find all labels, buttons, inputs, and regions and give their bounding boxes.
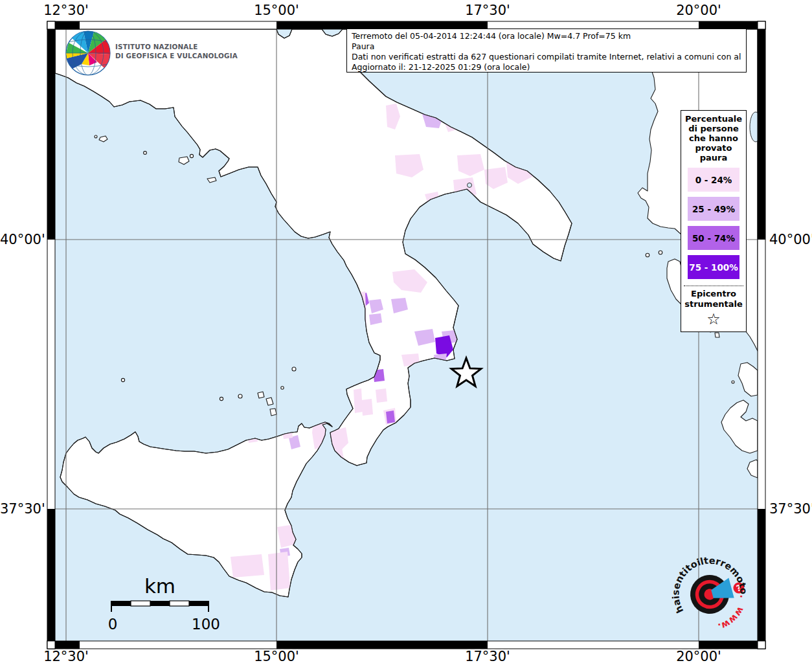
info-line-updated: Aggiornato il: 21-12-2025 01:29 (ora loc…: [352, 62, 741, 73]
scale-start-label: 0: [108, 616, 118, 633]
info-line-data-source: Dati non verificati estratti da 627 ques…: [352, 52, 741, 62]
axis-label-bottom-1500: 15°00': [254, 649, 299, 663]
legend-box: Percentuale di persone che hanno provato…: [681, 110, 747, 332]
legend-swatch-50-74: 50 - 74%: [688, 226, 739, 250]
axis-label-top-1730: 17°30': [465, 3, 510, 18]
legend-divider: [684, 286, 743, 286]
axis-label-bottom-1230: 12°30': [43, 649, 89, 663]
axis-label-bottom-1730: 17°30': [465, 649, 510, 663]
axis-label-top-1500: 15°00': [254, 3, 299, 18]
scale-unit-label: km: [144, 574, 175, 598]
axis-label-right-3730: 37°30': [769, 501, 812, 517]
info-line-map-type: Paura: [352, 41, 741, 52]
axis-label-right-4000: 40°00': [769, 232, 812, 247]
map-page: km 0 100: [0, 0, 812, 663]
legend-epicenter-label: Epicentro strumentale: [681, 289, 746, 309]
legend-star-icon: ☆: [681, 311, 746, 328]
axis-label-top-1230: 12°30': [43, 3, 89, 18]
info-line-event: Terremoto del 05-04-2014 12:24:44 (ora l…: [352, 31, 741, 41]
axis-label-bottom-2000: 20°00': [676, 649, 721, 663]
ingv-globe-icon: [66, 31, 110, 75]
mar-piccolo: [468, 183, 472, 188]
legend-swatch-0-24: 0 - 24%: [688, 168, 739, 192]
axis-label-top-2000: 20°00': [676, 3, 721, 18]
legend-swatch-25-49: 25 - 49%: [688, 197, 739, 221]
scale-end-label: 100: [192, 616, 220, 633]
earthquake-info-box: Terremoto del 05-04-2014 12:24:44 (ora l…: [346, 28, 747, 73]
axis-label-left-4000: 40°00': [0, 232, 44, 247]
legend-swatch-75-100: 75 - 100%: [688, 255, 739, 279]
ingv-logo-text: ISTITUTO NAZIONALE DI GEOFISICA E VULCAN…: [115, 43, 238, 61]
map-interior: km 0 100: [47, 29, 761, 642]
legend-title: Percentuale di persone che hanno provato…: [681, 114, 746, 163]
axis-label-left-3730: 37°30': [0, 501, 44, 517]
